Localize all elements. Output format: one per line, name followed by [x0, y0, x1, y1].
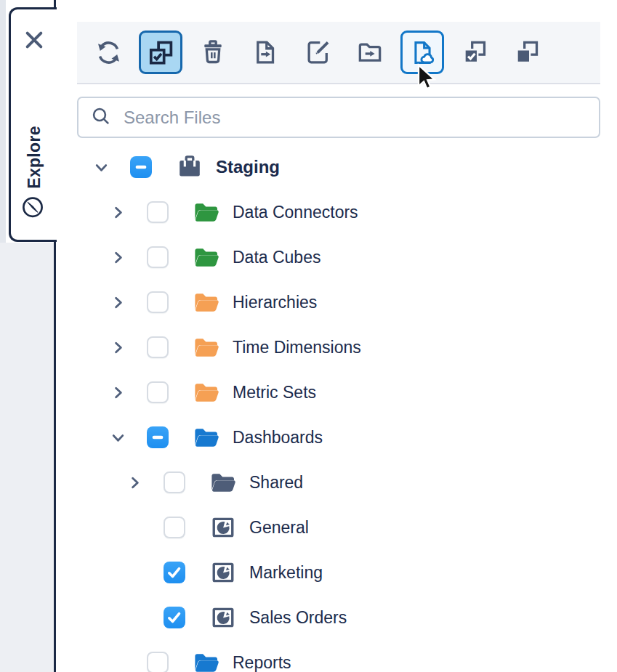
folder-icon [193, 246, 219, 270]
search-input[interactable] [122, 107, 599, 129]
explore-tab-label: Explore [24, 126, 44, 188]
toolbar-refresh-button[interactable] [86, 31, 130, 74]
search-icon [91, 106, 111, 129]
tree-row-label[interactable]: General [249, 518, 309, 538]
tree-row-label[interactable]: Metric Sets [233, 383, 316, 402]
close-button[interactable] [23, 28, 46, 52]
check-in-icon [461, 39, 488, 65]
chevron-right-icon[interactable] [107, 204, 129, 221]
tree-row-label[interactable]: Data Connectors [233, 203, 358, 222]
copy-icon [514, 39, 540, 65]
tree-row-label[interactable]: Reports [233, 653, 291, 672]
toolbar-delete-button[interactable] [191, 31, 235, 74]
checkbox-staging[interactable] [130, 156, 152, 178]
tree-row-data-cubes[interactable]: Data Cubes [56, 235, 617, 280]
refresh-icon [95, 39, 122, 66]
briefcase-icon [177, 154, 203, 180]
multi-select-icon [148, 39, 174, 66]
tree-row-label[interactable]: Time Dimensions [233, 338, 361, 357]
delete-icon [200, 39, 226, 65]
move-to-folder-icon [357, 39, 383, 65]
folder-icon [193, 381, 219, 405]
dashboard-icon [210, 560, 236, 585]
explorer-panel: Staging Data Connectors Data Cubes Hiera… [56, 0, 617, 672]
tree-row-time-dimensions[interactable]: Time Dimensions [56, 325, 617, 370]
tree-row-sales-orders[interactable]: Sales Orders [56, 595, 617, 640]
checkbox-metric-sets[interactable] [147, 381, 169, 403]
checkbox-general[interactable] [164, 517, 185, 538]
tree-row-label[interactable]: Hierarchies [233, 293, 317, 312]
close-icon [23, 41, 46, 54]
tree-row-label[interactable]: Sales Orders [249, 608, 347, 628]
dashboard-icon [210, 515, 236, 540]
folder-icon [193, 426, 219, 450]
toolbar-check-in-button[interactable] [453, 31, 496, 74]
edit-file-icon [305, 39, 331, 65]
checkbox-reports[interactable] [147, 652, 169, 672]
tree-row-shared[interactable]: Shared [56, 460, 617, 505]
tree-row-reports[interactable]: Reports [56, 640, 617, 672]
toolbar-multi-select-button[interactable] [139, 31, 182, 74]
explore-tab[interactable]: Explore [9, 7, 57, 242]
tree-row-label[interactable]: Shared [249, 473, 303, 493]
tree-row-dashboards[interactable]: Dashboards [56, 415, 617, 460]
folder-icon [193, 201, 219, 224]
chevron-right-icon[interactable] [107, 384, 129, 401]
chevron-down-icon[interactable] [107, 429, 129, 446]
folder-icon [193, 336, 219, 360]
compass-icon [21, 196, 47, 219]
checkbox-dashboards[interactable] [147, 426, 169, 448]
folder-icon [210, 471, 236, 495]
checkbox-shared[interactable] [164, 471, 185, 493]
folder-icon [193, 651, 219, 672]
tree-row-marketing[interactable]: Marketing [56, 550, 617, 595]
tree-row-general[interactable]: General [56, 505, 617, 550]
checkbox-marketing[interactable] [164, 562, 185, 583]
chevron-right-icon[interactable] [107, 339, 129, 356]
folder-icon [193, 291, 219, 315]
tree-row-label[interactable]: Marketing [249, 563, 323, 583]
file-tree: Staging Data Connectors Data Cubes Hiera… [56, 145, 617, 672]
tree-row-label[interactable]: Staging [216, 157, 280, 177]
export-file-icon [252, 39, 278, 65]
tree-row-label[interactable]: Data Cubes [233, 248, 320, 267]
chevron-right-icon[interactable] [107, 249, 129, 266]
tree-row-label[interactable]: Dashboards [233, 428, 323, 448]
toolbar [77, 22, 600, 84]
toolbar-copy-button[interactable] [505, 31, 549, 74]
page-background [0, 243, 54, 672]
tree-row-staging[interactable]: Staging [56, 145, 617, 190]
tree-row-metric-sets[interactable]: Metric Sets [56, 370, 617, 415]
toolbar-file-cloud-button[interactable] [400, 31, 444, 74]
toolbar-move-to-folder-button[interactable] [348, 31, 392, 74]
checkbox-data-cubes[interactable] [147, 246, 169, 268]
tree-row-data-connectors[interactable]: Data Connectors [56, 190, 617, 235]
toolbar-edit-file-button[interactable] [296, 31, 339, 74]
tree-row-hierarchies[interactable]: Hierarchies [56, 280, 617, 325]
dashboard-icon [210, 605, 236, 630]
checkbox-data-connectors[interactable] [147, 201, 169, 223]
checkbox-sales-orders[interactable] [164, 607, 185, 628]
chevron-right-icon[interactable] [124, 474, 145, 491]
checkbox-hierarchies[interactable] [147, 291, 169, 313]
search-box [77, 97, 600, 138]
toolbar-export-file-button[interactable] [243, 31, 287, 74]
chevron-down-icon[interactable] [90, 159, 112, 176]
chevron-right-icon[interactable] [107, 294, 129, 311]
file-cloud-icon [409, 39, 436, 66]
checkbox-time-dimensions[interactable] [147, 336, 169, 358]
